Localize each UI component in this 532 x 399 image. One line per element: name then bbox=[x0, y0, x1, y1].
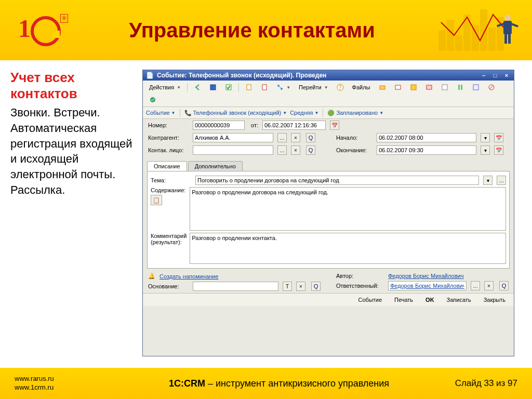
status-dropdown[interactable]: 🟢 Запланировано▼ bbox=[327, 110, 383, 116]
resp-more-button[interactable]: … bbox=[471, 281, 480, 290]
clear-button-2[interactable]: × bbox=[291, 145, 300, 155]
svg-rect-5 bbox=[480, 9, 487, 51]
structure-icon[interactable]: ▼ bbox=[273, 82, 294, 92]
close-button[interactable]: × bbox=[502, 72, 511, 79]
svg-rect-7 bbox=[497, 17, 504, 51]
number-label: Номер: bbox=[148, 122, 189, 128]
clear-button[interactable]: × bbox=[291, 133, 300, 142]
window-titlebar: 📄 Событие: Телефонный звонок (исходящий)… bbox=[143, 70, 514, 81]
responsible-label: Ответственный: bbox=[336, 283, 384, 289]
svg-rect-27 bbox=[442, 85, 447, 90]
toolbar-main: Действия▼ ▼ Перейти▼ ? Файлы bbox=[143, 81, 514, 107]
tab-additional[interactable]: Дополнительно bbox=[188, 161, 243, 171]
save-icon[interactable] bbox=[206, 82, 220, 92]
doc-icon-2[interactable] bbox=[258, 82, 271, 92]
footer-slide-number: Слайд 33 из 97 bbox=[434, 378, 517, 389]
spin-icon[interactable]: ▾ bbox=[481, 133, 490, 142]
svg-rect-17 bbox=[262, 85, 267, 90]
svg-rect-4 bbox=[472, 25, 479, 51]
tab-description[interactable]: Описание bbox=[147, 161, 187, 171]
slide-footer: www.rarus.ru www.1crm.ru 1С:CRM – инстру… bbox=[0, 368, 532, 399]
minimize-button[interactable]: – bbox=[480, 72, 488, 79]
tb-icon-d[interactable] bbox=[422, 82, 436, 92]
doc-icon-1[interactable] bbox=[242, 82, 256, 92]
calendar-icon-2[interactable]: 📅 bbox=[494, 133, 503, 142]
toolbar-secondary: Событие▼ 📞 Телефонный звонок (исходящий)… bbox=[143, 107, 514, 119]
svg-rect-25 bbox=[411, 85, 416, 90]
end-input[interactable] bbox=[379, 147, 474, 153]
end-label: Окончание: bbox=[336, 147, 373, 153]
files-button[interactable]: Файлы bbox=[349, 83, 374, 92]
actions-menu[interactable]: Действия▼ bbox=[146, 83, 184, 92]
svg-rect-1 bbox=[447, 20, 454, 51]
footer-ok-button[interactable]: OK bbox=[422, 296, 437, 304]
footer-event-button[interactable]: Событие bbox=[355, 296, 385, 304]
footer-tagline: 1С:CRM – инструмент антикризисного управ… bbox=[124, 378, 434, 389]
contact-input[interactable] bbox=[195, 147, 271, 153]
maximize-button[interactable]: □ bbox=[491, 72, 499, 79]
subject-input[interactable] bbox=[197, 177, 477, 183]
tb-icon-c[interactable] bbox=[407, 82, 420, 92]
number-input[interactable] bbox=[195, 122, 243, 128]
open-button[interactable]: Q bbox=[306, 133, 315, 142]
tb-icon-i[interactable] bbox=[146, 95, 159, 105]
subject-dd-icon[interactable]: ▾ bbox=[483, 176, 493, 185]
spin-icon-2[interactable]: ▾ bbox=[481, 145, 490, 155]
svg-line-20 bbox=[278, 86, 282, 89]
footer-save-button[interactable]: Записать bbox=[444, 296, 474, 304]
tb-icon-e[interactable] bbox=[438, 82, 451, 92]
select-button-2[interactable]: … bbox=[277, 145, 287, 155]
start-input[interactable] bbox=[379, 135, 474, 141]
tb-icon-b[interactable] bbox=[391, 82, 405, 92]
date-input[interactable] bbox=[264, 122, 324, 128]
svg-rect-0 bbox=[438, 30, 446, 51]
content-label: Содержание: bbox=[151, 187, 187, 193]
content-textarea[interactable] bbox=[190, 187, 506, 231]
calendar-icon[interactable]: 📅 bbox=[330, 121, 339, 130]
select-button[interactable]: … bbox=[277, 133, 287, 142]
footer-site-2: www.1crm.ru bbox=[15, 383, 124, 392]
slide-text-column: Учет всех контактов Звонки. Встречи. Авт… bbox=[10, 70, 140, 356]
event-dropdown[interactable]: Событие▼ bbox=[146, 110, 176, 116]
author-link[interactable]: Федоров Борис Михайлович bbox=[388, 273, 463, 279]
tab-panel: Тема: ▾ … Содержание: 📋 Комментарий (рез… bbox=[147, 171, 510, 269]
resp-open-button[interactable]: Q bbox=[499, 281, 509, 290]
comment-textarea[interactable] bbox=[190, 233, 506, 264]
responsible-input[interactable] bbox=[390, 283, 464, 289]
copy-icon[interactable]: 📋 bbox=[151, 195, 162, 205]
author-label: Автор: bbox=[336, 273, 384, 279]
call-type-dropdown[interactable]: 📞 Телефонный звонок (исходящий)▼ bbox=[184, 110, 287, 116]
open-button-2[interactable]: Q bbox=[306, 145, 315, 155]
window-title: Событие: Телефонный звонок (исходящий). … bbox=[157, 72, 326, 79]
footer-site-1: www.rarus.ru bbox=[15, 375, 124, 383]
create-reminder-link[interactable]: Создать напоминание bbox=[159, 273, 218, 280]
calendar-icon-3[interactable]: 📅 bbox=[494, 145, 503, 155]
back-icon[interactable] bbox=[191, 82, 204, 92]
slide-header: 1® Управление контактами bbox=[0, 0, 532, 60]
tb-icon-f[interactable] bbox=[454, 82, 467, 92]
svg-rect-13 bbox=[508, 34, 511, 44]
contragent-input[interactable] bbox=[195, 135, 271, 141]
footer-print-button[interactable]: Печать bbox=[391, 296, 416, 304]
svg-rect-12 bbox=[504, 34, 507, 44]
priority-dropdown[interactable]: Средняя▼ bbox=[290, 110, 318, 116]
svg-rect-30 bbox=[473, 85, 478, 90]
svg-rect-29 bbox=[461, 85, 462, 90]
tb-icon-g[interactable] bbox=[469, 82, 483, 92]
subject-label: Тема: bbox=[151, 177, 191, 183]
basis-clear-button[interactable]: × bbox=[296, 282, 305, 291]
tb-icon-a[interactable] bbox=[376, 82, 389, 92]
basis-t-button[interactable]: T bbox=[283, 282, 292, 291]
start-label: Начало: bbox=[336, 135, 373, 141]
slide-body-text: Звонки. Встречи. Автоматическая регистра… bbox=[10, 105, 134, 197]
subject-more-icon[interactable]: … bbox=[497, 176, 506, 185]
goto-menu[interactable]: Перейти▼ bbox=[296, 83, 331, 92]
help-icon[interactable]: ? bbox=[334, 82, 347, 92]
basis-open-button[interactable]: Q bbox=[311, 282, 321, 291]
footer-close-button[interactable]: Закрыть bbox=[481, 296, 509, 304]
resp-clear-button[interactable]: × bbox=[484, 281, 494, 290]
basis-label: Основание: bbox=[148, 283, 189, 289]
post-icon[interactable] bbox=[222, 82, 235, 92]
tb-icon-h[interactable] bbox=[485, 82, 498, 92]
basis-input[interactable] bbox=[195, 283, 276, 289]
